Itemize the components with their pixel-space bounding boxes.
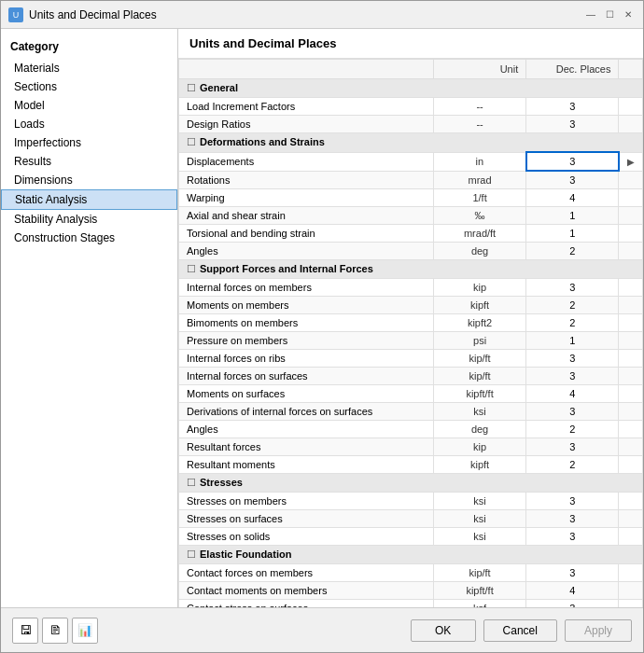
row-label: Internal forces on members [179, 279, 434, 297]
col-header-label [179, 60, 434, 79]
row-places: 3 [526, 600, 619, 608]
sidebar-item-materials[interactable]: Materials [1, 59, 177, 77]
maximize-button[interactable]: ☐ [602, 7, 617, 22]
row-unit: kip/ft [433, 368, 525, 385]
row-unit: deg [433, 243, 525, 260]
row-extra [619, 421, 643, 438]
table-row: Resultant forceskip3 [179, 438, 643, 456]
table-row: Resultant momentskipft2 [179, 456, 643, 474]
table-row: Torsional and bending strainmrad/ft1 [179, 225, 643, 243]
row-extra [619, 350, 643, 368]
sidebar-item-model[interactable]: Model [1, 96, 177, 115]
sidebar-item-sections[interactable]: Sections [1, 77, 177, 96]
table-row: Warping1/ft4 [179, 189, 643, 207]
scroll-indicator[interactable]: ▶ [627, 157, 635, 167]
title-bar: U Units and Decimal Places — ☐ ✕ [1, 1, 643, 29]
section-header-general: ☐General [179, 79, 643, 98]
section-header-deformations-strains: ☐Deformations and Strains [179, 133, 643, 153]
footer-icon-btn-2[interactable]: 🖹 [42, 618, 68, 644]
row-unit: ksi [433, 528, 525, 546]
table-row: Moments on surfaceskipft/ft4 [179, 385, 643, 403]
row-label: Derivations of internal forces on surfac… [179, 403, 434, 421]
table-row: Derivations of internal forces on surfac… [179, 403, 643, 421]
row-extra [619, 243, 643, 260]
row-extra [619, 385, 643, 403]
col-header-unit: Unit [433, 60, 525, 79]
row-unit: psi [433, 332, 525, 350]
table-row: Stresses on solidsksi3 [179, 528, 643, 546]
row-label: Contact forces on members [179, 564, 434, 582]
table-row: Anglesdeg2 [179, 243, 643, 260]
row-extra [619, 332, 643, 350]
table-row: Internal forces on surfaceskip/ft3 [179, 368, 643, 385]
sidebar-item-results[interactable]: Results [1, 152, 177, 171]
row-extra [619, 493, 643, 510]
row-label: Rotations [179, 171, 434, 189]
footer-right: OK Cancel Apply [411, 619, 632, 642]
section-toggle[interactable]: ☐ [187, 82, 196, 93]
ok-button[interactable]: OK [411, 619, 476, 642]
sidebar-item-imperfections[interactable]: Imperfections [1, 133, 177, 152]
row-extra [619, 528, 643, 546]
sidebar-item-construction-stages[interactable]: Construction Stages [1, 229, 177, 247]
row-label: Load Increment Factors [179, 98, 434, 116]
table-row: Rotationsmrad3 [179, 171, 643, 189]
row-label: Displacements [179, 152, 434, 171]
minimize-button[interactable]: — [583, 7, 598, 22]
row-label: Moments on members [179, 297, 434, 314]
row-unit: mrad/ft [433, 225, 525, 243]
section-toggle[interactable]: ☐ [187, 136, 196, 147]
table-row: Internal forces on memberskip3 [179, 279, 643, 297]
row-unit: kipft/ft [433, 385, 525, 403]
row-places[interactable]: 3 [526, 152, 619, 171]
table-row: Bimoments on memberskipft22 [179, 314, 643, 332]
main-content[interactable]: Unit Dec. Places ☐GeneralLoad Increment … [178, 59, 643, 607]
table-row: Contact moments on memberskipft/ft4 [179, 582, 643, 600]
row-places: 3 [526, 350, 619, 368]
window-title: Units and Decimal Places [29, 8, 157, 21]
row-unit: -- [433, 98, 525, 116]
row-places: 2 [526, 297, 619, 314]
footer-icon-btn-1[interactable]: 🖫 [12, 618, 38, 644]
footer-icon-btn-3[interactable]: 📊 [72, 618, 98, 644]
row-extra [619, 438, 643, 456]
main-panel-header: Units and Decimal Places [178, 29, 643, 59]
units-table: Unit Dec. Places ☐GeneralLoad Increment … [178, 59, 643, 607]
row-places: 3 [526, 279, 619, 297]
section-toggle[interactable]: ☐ [187, 477, 196, 488]
close-button[interactable]: ✕ [621, 7, 636, 22]
row-label: Design Ratios [179, 116, 434, 133]
sidebar-item-static-analysis[interactable]: Static Analysis [1, 189, 177, 210]
row-extra [619, 116, 643, 133]
content-area: Category MaterialsSectionsModelLoadsImpe… [1, 29, 643, 607]
sidebar-item-dimensions[interactable]: Dimensions [1, 171, 177, 189]
row-unit: kip [433, 438, 525, 456]
row-extra [619, 297, 643, 314]
row-places: 3 [526, 403, 619, 421]
row-extra [619, 279, 643, 297]
table-body: ☐GeneralLoad Increment Factors--3Design … [179, 79, 643, 608]
sidebar-item-stability-analysis[interactable]: Stability Analysis [1, 210, 177, 229]
row-places: 3 [526, 528, 619, 546]
section-header-support-forces: ☐Support Forces and Internal Forces [179, 260, 643, 279]
main-window: U Units and Decimal Places — ☐ ✕ Categor… [0, 0, 644, 653]
apply-button[interactable]: Apply [565, 619, 632, 642]
row-extra [619, 510, 643, 528]
row-label: Angles [179, 243, 434, 260]
row-label: Angles [179, 421, 434, 438]
section-toggle[interactable]: ☐ [187, 549, 196, 560]
cancel-button[interactable]: Cancel [483, 619, 557, 642]
section-toggle[interactable]: ☐ [187, 263, 196, 274]
section-header-stresses: ☐Stresses [179, 474, 643, 493]
row-places: 3 [526, 98, 619, 116]
sidebar-category-label: Category [1, 36, 177, 59]
row-extra: ▶ [619, 152, 643, 171]
table-row: Stresses on surfacesksi3 [179, 510, 643, 528]
row-unit: 1/ft [433, 189, 525, 207]
row-unit: -- [433, 116, 525, 133]
row-places: 4 [526, 582, 619, 600]
row-label: Pressure on members [179, 332, 434, 350]
sidebar-item-loads[interactable]: Loads [1, 115, 177, 133]
row-places: 3 [526, 493, 619, 510]
row-label: Internal forces on ribs [179, 350, 434, 368]
